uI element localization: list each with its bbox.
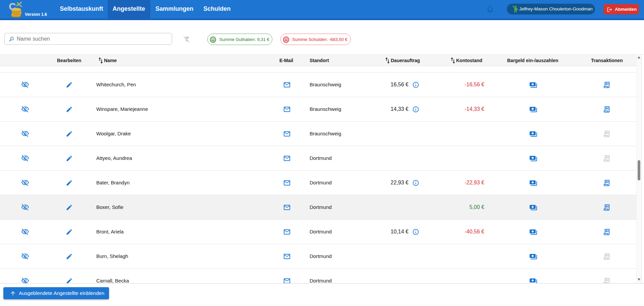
svg-text:C: C <box>9 1 16 12</box>
